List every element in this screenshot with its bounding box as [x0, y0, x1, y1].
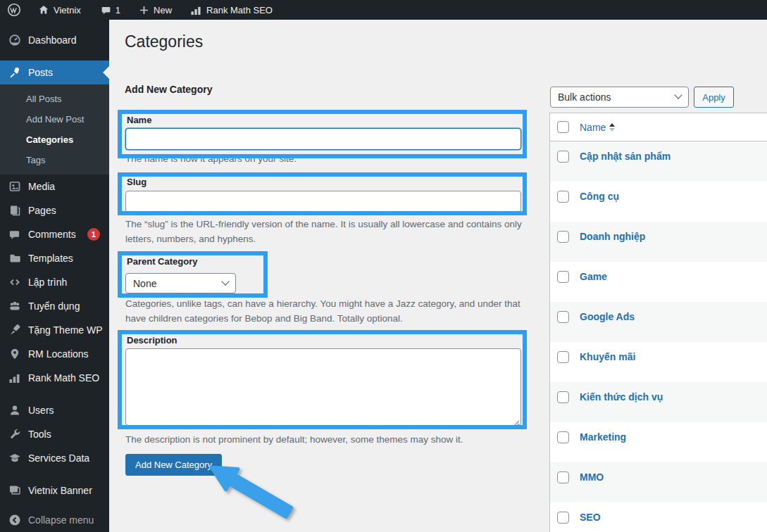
sidebar-item-label: Comments: [28, 229, 76, 240]
dashboard-gauge-icon: [8, 34, 21, 47]
slug-help-line-1: The “slug” is the URL-friendly version o…: [125, 217, 522, 232]
slug-help-text: The “slug” is the URL-friendly version o…: [125, 217, 522, 246]
row-checkbox[interactable]: [557, 311, 569, 323]
sidebar-item-label: Tools: [28, 429, 51, 440]
collapse-arrow-icon: [8, 514, 21, 527]
parent-category-select[interactable]: None: [125, 273, 236, 293]
submenu-all-posts[interactable]: All Posts: [0, 89, 109, 109]
sidebar-item-rank-math-seo[interactable]: Rank Math SEO: [0, 366, 109, 390]
category-link[interactable]: Google Ads: [580, 311, 635, 322]
table-row: Game: [550, 262, 767, 302]
new-label: New: [154, 5, 172, 15]
table-row: Doanh nghiệp: [550, 222, 767, 262]
home-icon: [38, 4, 49, 15]
parent-category-label: Parent Category: [127, 256, 197, 267]
sidebar-item-posts[interactable]: Posts: [0, 61, 109, 84]
slug-help-line-2: letters, numbers, and hyphens.: [125, 232, 522, 246]
sidebar-item-users[interactable]: Users: [0, 398, 109, 422]
category-slug-input[interactable]: [125, 191, 521, 213]
wrench-icon: [8, 428, 21, 441]
sidebar-item-label: Services Data: [28, 452, 89, 464]
plus-icon: [139, 5, 149, 15]
category-description-textarea[interactable]: [125, 348, 521, 426]
row-checkbox[interactable]: [557, 391, 569, 403]
paint-brush-icon: [8, 324, 21, 337]
category-link[interactable]: Doanh nghiệp: [580, 231, 645, 242]
row-checkbox[interactable]: [557, 191, 569, 203]
pages-icon: [8, 204, 21, 217]
graduation-cap-icon: [8, 452, 21, 465]
parent-help-text: Categories, unlike tags, can have a hier…: [125, 296, 520, 326]
row-checkbox[interactable]: [557, 431, 569, 443]
row-checkbox[interactable]: [557, 471, 569, 483]
admin-bar-comments[interactable]: 1: [95, 0, 126, 20]
chevron-down-icon: [674, 91, 682, 99]
row-checkbox[interactable]: [557, 351, 569, 363]
category-link[interactable]: Cập nhật sản phẩm: [580, 151, 671, 162]
apply-button[interactable]: Apply: [694, 87, 734, 108]
category-link[interactable]: Kiến thức dịch vụ: [580, 391, 663, 403]
category-link[interactable]: Game: [580, 271, 607, 282]
name-column-label: Name: [580, 122, 606, 133]
collapse-menu-button[interactable]: Collapse menu: [0, 508, 109, 532]
sidebar-item-comments[interactable]: Comments 1: [0, 222, 109, 246]
comment-bubble-icon: [8, 228, 21, 241]
sidebar-item-rm-locations[interactable]: RM Locations: [0, 342, 109, 366]
bulk-actions-value: Bulk actions: [558, 91, 611, 103]
sidebar-item-tang-theme-wp[interactable]: Tặng Theme WP: [0, 318, 109, 342]
admin-sidebar: Dashboard Posts All Posts Add New Post C…: [0, 20, 109, 532]
site-link[interactable]: Vietnix: [32, 0, 87, 20]
select-all-checkbox[interactable]: [557, 121, 569, 133]
table-row: Khuyến mãi: [550, 342, 767, 382]
sidebar-item-vietnix-banner[interactable]: Vietnix Banner: [0, 479, 109, 502]
sidebar-item-label: Tuyển dụng: [28, 300, 80, 312]
rank-math-chart-icon: [8, 372, 21, 385]
rank-math-label: Rank Math SEO: [206, 5, 273, 15]
category-link[interactable]: MMO: [580, 471, 604, 483]
code-brackets-icon: [8, 276, 21, 289]
chevron-down-icon: [221, 277, 229, 285]
category-link[interactable]: Marketing: [580, 431, 626, 443]
sidebar-item-pages[interactable]: Pages: [0, 198, 109, 222]
sidebar-item-label: Templates: [28, 253, 73, 264]
rank-math-menu[interactable]: Rank Math SEO: [185, 0, 278, 20]
table-row: Kiến thức dịch vụ: [550, 382, 767, 422]
bulk-actions-select[interactable]: Bulk actions: [550, 87, 689, 108]
sidebar-item-services-data[interactable]: Services Data: [0, 446, 109, 470]
category-link[interactable]: Công cụ: [580, 191, 619, 202]
sidebar-item-templates[interactable]: Templates: [0, 246, 109, 270]
resize-grip-icon[interactable]: [513, 417, 520, 430]
add-new-category-button[interactable]: Add New Category: [125, 454, 222, 476]
sidebar-item-tuyen-dung[interactable]: Tuyển dụng: [0, 294, 109, 318]
row-checkbox[interactable]: [557, 231, 569, 243]
name-label: Name: [127, 115, 151, 125]
description-label: Description: [127, 335, 177, 346]
submenu-add-new-post[interactable]: Add New Post: [0, 109, 109, 129]
submenu-tags[interactable]: Tags: [0, 150, 109, 170]
new-content-menu[interactable]: New: [133, 0, 177, 20]
sidebar-item-lap-trinh[interactable]: Lập trình: [0, 270, 109, 294]
site-name: Vietnix: [54, 5, 81, 15]
user-icon: [8, 404, 21, 417]
table-row: Cập nhật sản phẩm: [550, 141, 767, 182]
sidebar-item-label: Pages: [28, 205, 56, 216]
wordpress-logo-icon[interactable]: [1, 0, 27, 20]
sidebar-item-media[interactable]: Media: [0, 175, 109, 198]
row-checkbox[interactable]: [557, 271, 569, 283]
category-name-input[interactable]: [125, 128, 521, 150]
sidebar-item-label: Posts: [28, 67, 53, 78]
sidebar-item-label: RM Locations: [28, 348, 89, 360]
media-icon: [8, 180, 21, 194]
wordpress-admin-screen: Vietnix 1 New Rank Math SEO: [0, 0, 767, 532]
sidebar-item-dashboard[interactable]: Dashboard: [0, 28, 109, 52]
name-column-sort-link[interactable]: Name: [580, 122, 615, 133]
category-link[interactable]: Khuyến mãi: [580, 351, 635, 362]
sidebar-item-tools[interactable]: Tools: [0, 422, 109, 446]
table-row: Marketing: [550, 422, 767, 462]
active-item-notch: [103, 66, 109, 79]
submenu-categories[interactable]: Categories: [0, 129, 109, 150]
admin-comment-count: 1: [116, 5, 120, 15]
row-checkbox[interactable]: [557, 151, 569, 163]
row-checkbox[interactable]: [557, 512, 569, 524]
category-link[interactable]: SEO: [580, 512, 601, 523]
